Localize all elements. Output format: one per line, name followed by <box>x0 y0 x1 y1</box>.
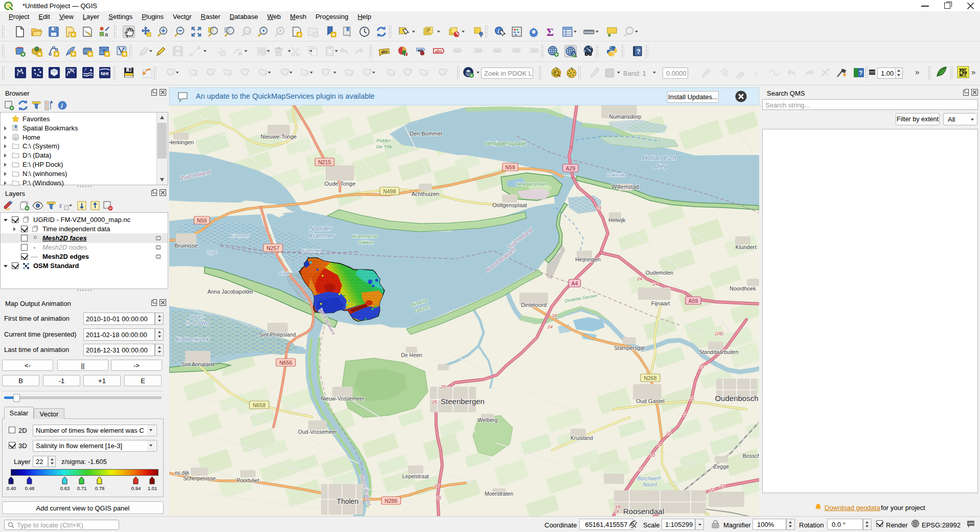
svg-text:22: 22 <box>681 412 687 417</box>
svg-text:Lepelstraat: Lepelstraat <box>402 473 429 479</box>
svg-text:Scherpenisse: Scherpenisse <box>183 475 216 481</box>
svg-text:Krammerse: Krammerse <box>352 233 377 239</box>
svg-text:De Tille: De Tille <box>376 144 393 149</box>
svg-text:Poortvliet: Poortvliet <box>237 477 259 483</box>
svg-text:Bruinisse: Bruinisse <box>174 242 197 249</box>
svg-text:abc: abc <box>381 49 389 54</box>
svg-text:24: 24 <box>636 276 642 281</box>
svg-text:Borchwerf: Borchwerf <box>637 476 660 481</box>
svg-text:Oude-Tonge: Oude-Tonge <box>325 181 356 187</box>
svg-text:20: 20 <box>637 467 643 472</box>
svg-text:Fijnaart: Fijnaart <box>651 300 670 306</box>
svg-text:N257: N257 <box>266 245 279 251</box>
svg-text:1:1: 1:1 <box>245 29 250 33</box>
svg-text:N59: N59 <box>197 217 207 224</box>
svg-text:25: 25 <box>440 384 446 389</box>
svg-text:Steenbergen: Steenbergen <box>441 397 485 406</box>
svg-text:?: ? <box>636 48 641 55</box>
svg-text:abc: abc <box>532 49 538 52</box>
svg-text:ε: ε <box>59 202 62 209</box>
svg-text:Ventjagersgaatje: Ventjagersgaatje <box>485 140 527 146</box>
svg-text:Dwars: Dwars <box>190 314 204 320</box>
svg-text:Ooltgensplaat: Ooltgensplaat <box>492 202 527 208</box>
svg-text:Numansdorp: Numansdorp <box>609 114 642 120</box>
svg-text:Krammer: Krammer <box>230 233 249 238</box>
svg-text:Roosendaal: Roosendaal <box>623 507 664 516</box>
svg-text:20: 20 <box>656 442 662 447</box>
svg-text:23: 23 <box>596 206 601 211</box>
svg-text:Zegge: Zegge <box>714 463 729 470</box>
svg-text:(26): (26) <box>715 331 723 336</box>
svg-text:Hollandsch: Hollandsch <box>643 154 677 162</box>
svg-text:A4: A4 <box>572 280 578 286</box>
svg-text:Zype: Zype <box>207 250 217 255</box>
svg-text:N215: N215 <box>318 159 331 165</box>
svg-text:Nieuw-Vossemeer: Nieuw-Vossemeer <box>321 395 364 402</box>
svg-text:Oudemolen: Oudemolen <box>646 270 673 276</box>
svg-text:NHI: NHI <box>101 71 109 76</box>
svg-text:De Heen: De Heen <box>401 352 422 358</box>
svg-text:Kruisland: Kruisland <box>571 435 593 441</box>
svg-text:abc: abc <box>494 49 500 52</box>
svg-text:N59: N59 <box>505 164 515 170</box>
svg-text:Moerstraten: Moerstraten <box>485 491 513 497</box>
svg-text:Slaak: Slaak <box>279 271 290 276</box>
svg-text:N656: N656 <box>279 360 292 366</box>
svg-text:24: 24 <box>551 313 557 318</box>
svg-text:Krabbenkreek: Krabbenkreek <box>175 336 209 342</box>
svg-text:Diep: Diep <box>654 162 668 170</box>
svg-text:N286: N286 <box>384 498 397 504</box>
svg-text:20: 20 <box>649 453 655 458</box>
svg-text:24: 24 <box>652 281 658 286</box>
svg-text:Den Bommel: Den Bommel <box>409 130 442 137</box>
svg-text:Sint Philipsland: Sint Philipsland <box>259 331 296 338</box>
svg-text:Oudenbosch: Oudenbosch <box>715 394 758 403</box>
svg-text:A29: A29 <box>566 165 576 171</box>
svg-text:N658: N658 <box>253 402 265 408</box>
svg-text:?: ? <box>859 70 862 77</box>
svg-text:abc: abc <box>435 49 443 54</box>
svg-text:Standdaarbuiten: Standdaarbuiten <box>699 349 738 355</box>
svg-text:Bossche: Bossche <box>743 453 759 459</box>
svg-text:abc: abc <box>475 49 482 52</box>
svg-text:22: 22 <box>709 487 715 493</box>
svg-text:Tholen: Tholen <box>337 497 359 505</box>
svg-text:Welberg: Welberg <box>478 417 498 423</box>
svg-text:N268: N268 <box>644 375 656 381</box>
svg-text:ns.dijk: ns.dijk <box>175 470 190 476</box>
svg-text:Noord: Noord <box>643 482 657 487</box>
svg-text:Heijningen: Heijningen <box>575 256 601 262</box>
svg-text:Noordhoek: Noordhoek <box>730 285 756 292</box>
svg-text:Nieuwe-Tonge: Nieuwe-Tonge <box>261 134 297 140</box>
svg-text:Volkerak: Volkerak <box>607 172 625 178</box>
svg-text:19: 19 <box>613 509 619 514</box>
svg-text:21: 21 <box>666 431 671 436</box>
svg-text:N498: N498 <box>383 188 396 194</box>
svg-text:Achthuizen: Achthuizen <box>412 191 439 197</box>
svg-text:in de Weg: in de Weg <box>187 320 210 326</box>
svg-text:abc: abc <box>514 49 520 52</box>
svg-text:Anna Jacobapolder: Anna Jacobapolder <box>208 289 254 295</box>
svg-text:a: a <box>105 31 108 37</box>
svg-text:25: 25 <box>431 400 438 405</box>
svg-text:Sint Annaland: Sint Annaland <box>181 361 215 367</box>
svg-text:Σ: Σ <box>546 26 554 38</box>
svg-text:Helwijk: Helwijk <box>608 217 626 223</box>
svg-text:abc: abc <box>454 49 461 52</box>
svg-text:24: 24 <box>547 324 553 329</box>
svg-text:Oud Gastel: Oud Gastel <box>636 398 665 404</box>
svg-text:22: 22 <box>689 396 694 401</box>
svg-text:Krammer: Krammer <box>301 248 322 253</box>
svg-text:Q: Q <box>573 55 575 57</box>
svg-text:Krammer: Krammer <box>309 232 334 239</box>
svg-text:Klundert: Klundert <box>736 244 757 250</box>
svg-text:Noorder: Noorder <box>309 225 332 232</box>
svg-text:26: 26 <box>434 483 439 489</box>
svg-text:23: 23 <box>719 483 725 489</box>
svg-text:A59: A59 <box>689 298 698 304</box>
svg-text:Oud-Vossemeer: Oud-Vossemeer <box>298 429 337 435</box>
svg-text:26: 26 <box>436 495 441 500</box>
svg-text:ε: ε <box>755 69 758 77</box>
svg-text:Willemstad: Willemstad <box>611 184 639 190</box>
svg-text:Dinteloord: Dinteloord <box>521 302 546 308</box>
